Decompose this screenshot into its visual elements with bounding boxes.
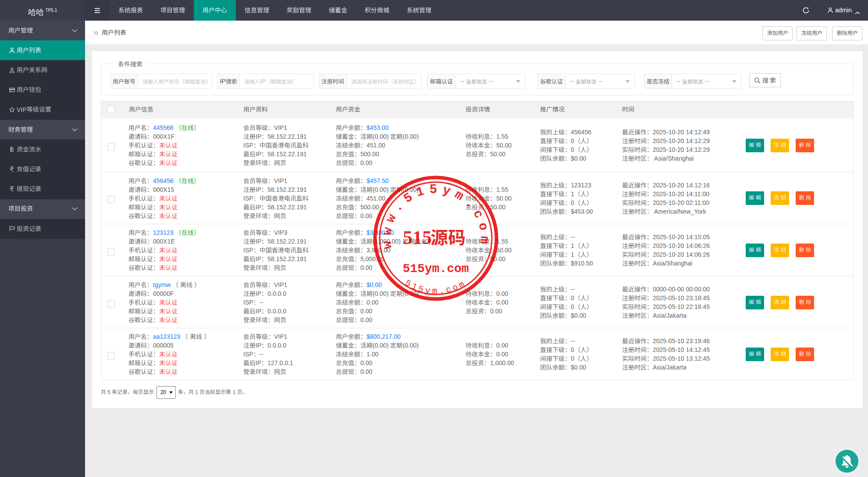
svg-text:515ym.com: 515ym.com: [402, 262, 469, 276]
svg-text:515: 515: [403, 227, 432, 248]
